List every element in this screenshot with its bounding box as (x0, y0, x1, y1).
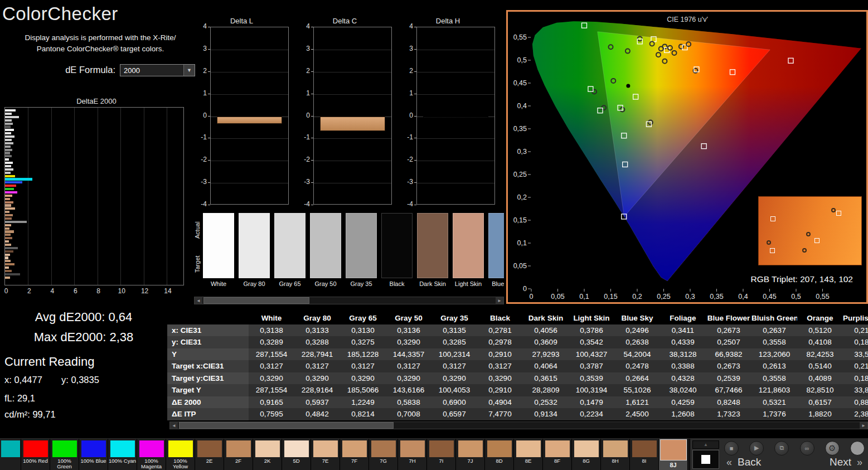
patch-8d[interactable]: 8D (485, 439, 514, 470)
y-tick-mark (414, 205, 416, 205)
table-cell: 0,8214 (340, 408, 386, 420)
back-chevron-icon[interactable]: « (726, 457, 732, 468)
deltae-bar (5, 146, 11, 148)
patch-8i[interactable]: 8I (630, 439, 659, 470)
swatch-scrollbar[interactable]: ◄ ► (194, 297, 504, 304)
y-tick-label: -4 (192, 200, 207, 208)
table-cell: 100,2314 (431, 348, 477, 361)
patch-label: 100% Cyan (109, 458, 136, 464)
patch-7h[interactable]: 7H (398, 439, 427, 470)
patch-2k[interactable]: 2K (253, 439, 282, 470)
swatch-label: Gray 50 (310, 280, 341, 287)
deltae-bar (5, 172, 11, 174)
y-tick-label: -2 (399, 156, 413, 163)
back-button[interactable]: Back (738, 456, 761, 468)
table-scrollbar[interactable]: ◄ ► (169, 421, 868, 429)
patch-8g[interactable]: 8G (572, 439, 601, 470)
pattern-square-button[interactable] (692, 450, 719, 469)
patch-8f[interactable]: 8F (543, 439, 572, 470)
deltae-x-axis: 02468101214 (4, 287, 184, 296)
table-cell: 0,2910 (477, 384, 523, 396)
deltae-bar (5, 260, 11, 262)
table-cell: 1,8820 (797, 408, 843, 420)
table-cell: 0,4108 (797, 336, 843, 348)
table-scroll-track[interactable] (178, 422, 860, 429)
scroll-left-icon[interactable]: ◄ (170, 422, 178, 429)
patch-8j[interactable]: 8J (659, 439, 688, 470)
up-arrow-icon[interactable]: ▲ (692, 440, 719, 449)
patch-color (81, 440, 106, 457)
de-formula-select[interactable]: 2000 ▼ (120, 64, 195, 76)
loop-icon[interactable]: ∞ (800, 441, 814, 456)
patch-100-magenta[interactable]: 100% Magenta (137, 439, 166, 470)
patch-label: 100% Magenta (137, 458, 166, 470)
delta-lch-charts: Delta L43210-1-2-3-4Delta C43210-1-2-3-4… (192, 17, 497, 209)
patch-7e[interactable]: 7E (311, 439, 340, 470)
scroll-right-icon[interactable]: ► (496, 297, 503, 304)
app-header: ColorChecker Display analysis is perform… (0, 0, 201, 76)
patch-7g[interactable]: 7G (369, 439, 398, 470)
patch-100-green[interactable]: 100% Green (50, 439, 79, 470)
next-chevron-icon[interactable]: » (857, 457, 862, 468)
patch-100-cyan[interactable]: 100% Cyan (108, 439, 137, 470)
table-cell: 0,3127 (294, 360, 340, 372)
gridline (417, 183, 494, 183)
table-cell: 38,3128 (660, 348, 706, 361)
patch-2e[interactable]: 2E (195, 439, 224, 470)
table-row: ΔE ITP0,75950,48420,82140,70080,65977,47… (167, 408, 868, 420)
patch-2f[interactable]: 2F (224, 439, 253, 470)
table-cell: 0,2539 (706, 372, 751, 385)
next-button[interactable]: Next (830, 456, 851, 468)
patch-8e[interactable]: 8E (514, 439, 543, 470)
table-cell: 1,6121 (614, 396, 660, 409)
patch-7i[interactable]: 7I (427, 439, 456, 470)
play-icon[interactable]: ▶ (749, 441, 764, 456)
table-header-row: WhiteGray 80Gray 65Gray 50Gray 35BlackDa… (167, 312, 868, 324)
table-cell: 228,7941 (294, 348, 340, 361)
patch-100-red[interactable]: 100% Red (21, 439, 50, 470)
table-scroll-thumb[interactable] (179, 422, 394, 429)
patch-color (23, 440, 48, 457)
patch-5d[interactable]: 5D (282, 439, 311, 470)
table-cell: 0,3542 (569, 336, 614, 348)
gridline (417, 94, 494, 95)
table-cell: 0,3786 (569, 324, 614, 337)
patch-7j[interactable]: 7J (456, 439, 485, 470)
patch-100-yellow[interactable]: 100% Yellow (166, 439, 195, 470)
scroll-right-icon[interactable]: ► (860, 422, 867, 429)
y-tick-label: 4 (295, 22, 310, 30)
measure-marker (802, 248, 807, 253)
blank-icon[interactable] (850, 441, 865, 456)
table-cell: 0,4339 (660, 336, 706, 348)
patch-7f[interactable]: 7F (340, 439, 369, 470)
swatch-row: WhiteGray 80Gray 65Gray 50Gray 35BlackDa… (203, 213, 504, 292)
svg-text:0,15: 0,15 (604, 293, 617, 301)
patch-100-blue[interactable]: 100% Blue (79, 439, 108, 470)
table-cell: 67,7466 (706, 384, 751, 396)
patch-color (226, 440, 251, 457)
table-cell: 0,5838 (386, 396, 431, 409)
table-cell: 0,6157 (797, 396, 843, 409)
column-header: Purplish Blue (843, 312, 868, 324)
y-tick-label: 0 (295, 112, 310, 119)
pattern-window-icon[interactable]: ⧉ (774, 441, 789, 456)
scroll-left-icon[interactable]: ◄ (195, 297, 202, 304)
patch-label: 8G (583, 458, 590, 464)
patch-color (139, 440, 164, 457)
swatch-scroll-track[interactable] (202, 297, 496, 304)
swatch-scroll-thumb[interactable] (203, 297, 309, 304)
de-formula-value: 2000 (120, 65, 183, 76)
patch-label: 100% Blue (81, 458, 106, 464)
patch-8h[interactable]: 8H (601, 439, 630, 470)
deltae-bar (5, 165, 11, 167)
patch-color (110, 440, 135, 457)
patch-edge[interactable] (0, 439, 21, 470)
deltae-bar (5, 217, 12, 220)
svg-text:0,3: 0,3 (685, 293, 695, 301)
table-cell: 0,1897 (843, 372, 868, 385)
playback-controls: ▲ ■▶⧉∞⚙ « Back Next » (690, 439, 868, 470)
swatch-label: Gray 80 (239, 280, 270, 287)
app-description-line1: Display analysis is performed with the X… (25, 33, 176, 42)
stop-icon[interactable]: ■ (724, 441, 739, 456)
gear-icon[interactable]: ⚙ (825, 441, 840, 456)
